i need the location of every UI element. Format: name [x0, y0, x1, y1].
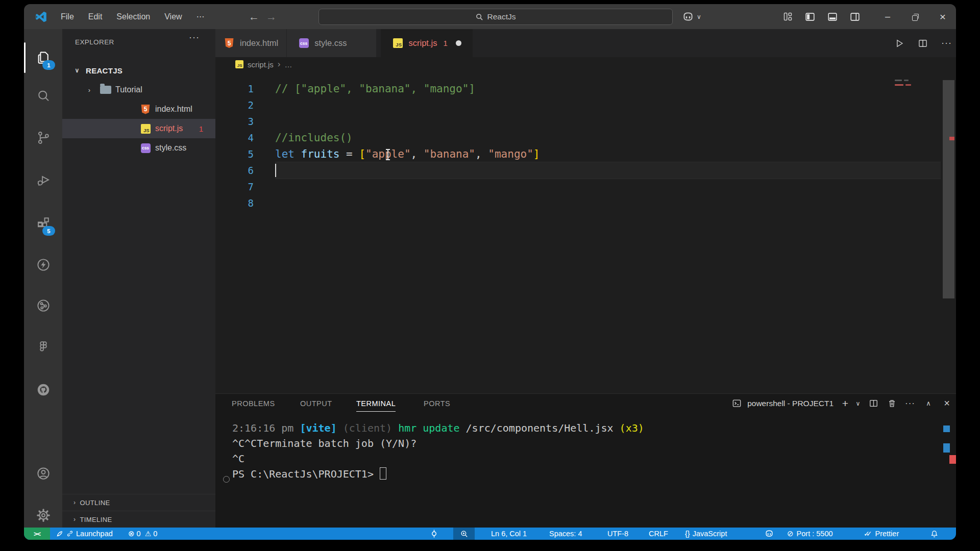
tab-index-html[interactable]: 5 index.html — [215, 29, 287, 57]
indentation[interactable]: Spaces: 4 — [549, 528, 582, 540]
explorer-more-actions-icon[interactable]: ··· — [189, 32, 200, 43]
folder-file-icon — [100, 84, 111, 95]
breadcrumb-file[interactable]: script.js — [248, 60, 274, 69]
breadcrumb-more[interactable]: … — [285, 60, 292, 69]
vscode-logo-icon — [34, 10, 47, 23]
line-content — [275, 162, 941, 179]
menu-file[interactable]: File — [54, 4, 81, 29]
menu-edit[interactable]: Edit — [81, 4, 110, 29]
code-token: let — [275, 148, 301, 160]
share-view-icon[interactable] — [24, 292, 62, 319]
explorer-item-Tutorial[interactable]: ›Tutorial — [62, 80, 215, 99]
menu-selection[interactable]: Selection — [109, 4, 157, 29]
css-file-icon: css — [299, 38, 309, 48]
terminal-view[interactable]: 2:16:16 pm [vite] (client) hmr update /s… — [215, 413, 956, 528]
problems-item[interactable]: ⊗ 0 ⚠ 0 — [128, 528, 157, 540]
nav-back-icon[interactable]: ← — [246, 11, 263, 23]
terminal-line: ^C — [232, 451, 956, 466]
explorer-item-script-js[interactable]: JSscript.js1 — [62, 119, 215, 138]
tab-output[interactable]: OUTPUT — [300, 394, 332, 413]
copilot-status[interactable] — [764, 528, 774, 540]
menu-more[interactable]: ⋯ — [189, 4, 212, 29]
restore-button[interactable] — [901, 4, 929, 29]
new-terminal-icon[interactable]: + — [839, 397, 852, 410]
search-view-icon[interactable] — [24, 83, 62, 109]
code-token: [ — [359, 148, 365, 160]
terminal-title[interactable]: powershell - PROJECT1 — [747, 399, 834, 408]
explorer-icon[interactable]: 1 — [24, 44, 62, 71]
code-line-3[interactable]: 3 — [215, 113, 956, 130]
search-icon — [476, 13, 483, 21]
notifications-bell[interactable] — [930, 528, 939, 540]
nav-forward-icon[interactable]: → — [263, 11, 280, 23]
toggle-panel-icon[interactable] — [827, 11, 838, 22]
terminal-dropdown-icon[interactable]: ∨ — [852, 400, 864, 407]
tab-style-css[interactable]: css style.css — [287, 29, 377, 57]
breadcrumb[interactable]: JS script.js › … — [215, 57, 956, 71]
customize-layout-icon[interactable] — [782, 11, 793, 22]
unsaved-dot-icon[interactable] — [456, 40, 461, 46]
remote-indicator[interactable]: >< — [24, 528, 50, 540]
code-line-5[interactable]: 5let fruits = ["apple", "banana", "mango… — [215, 146, 956, 162]
zoom-indicator[interactable] — [453, 528, 475, 540]
account-icon[interactable] — [24, 460, 62, 487]
encoding[interactable]: UTF-8 — [607, 528, 628, 540]
outline-label: OUTLINE — [80, 499, 110, 507]
figma-icon[interactable] — [24, 334, 62, 360]
prettier-status[interactable]: ✓✓ Prettier — [864, 528, 899, 540]
screencast-indicator[interactable] — [430, 528, 438, 540]
explorer-item-index-html[interactable]: 5index.html — [62, 99, 215, 119]
cursor-position[interactable]: Ln 6, Col 1 — [491, 528, 527, 540]
split-editor-icon[interactable] — [918, 38, 928, 48]
source-control-icon[interactable] — [24, 124, 62, 151]
run-debug-icon[interactable] — [24, 167, 62, 193]
command-decoration-icon[interactable] — [223, 476, 230, 483]
launchpad-item[interactable]: Launchpad — [56, 528, 113, 540]
tab-problems[interactable]: PROBLEMS — [232, 394, 275, 413]
editor-scrollbar[interactable] — [943, 80, 954, 298]
code-line-1[interactable]: 1// ["apple", "banana", "mango"] — [215, 81, 956, 97]
minimize-button[interactable]: – — [874, 4, 901, 29]
explorer-item-style-css[interactable]: cssstyle.css — [62, 138, 215, 158]
code-editor[interactable]: 1// ["apple", "banana", "mango"]234//inc… — [215, 71, 956, 393]
editor-more-actions-icon[interactable]: ··· — [941, 38, 952, 48]
toggle-secondary-sidebar-icon[interactable] — [849, 11, 861, 22]
terminal-token: /src/components/Hell.jsx — [466, 422, 620, 434]
split-terminal-icon[interactable] — [864, 398, 883, 408]
live-server-port[interactable]: ⊘ Port : 5500 — [787, 528, 833, 540]
toggle-primary-sidebar-icon[interactable] — [804, 11, 816, 22]
terminal-token: (client) — [343, 422, 398, 434]
code-line-8[interactable]: 8 — [215, 195, 956, 211]
thunder-client-icon[interactable] — [24, 252, 62, 278]
explorer-section-reactjs[interactable]: ∨ REACTJS — [62, 61, 215, 80]
extensions-icon[interactable]: 5 — [24, 210, 62, 237]
code-line-7[interactable]: 7 — [215, 179, 956, 195]
editor-tab-bar: 5 index.html css style.css JS script.js … — [215, 29, 956, 57]
run-button[interactable] — [894, 38, 904, 48]
code-line-6[interactable]: 6 — [215, 162, 956, 179]
kill-terminal-icon[interactable] — [883, 398, 901, 408]
workbench: 1 5 — [24, 29, 956, 528]
braces-icon: { } — [685, 530, 689, 538]
panel-more-actions-icon[interactable]: ··· — [901, 398, 919, 409]
copilot-menu[interactable]: ∨ — [681, 4, 701, 29]
tab-ports[interactable]: PORTS — [424, 394, 450, 413]
language-mode[interactable]: { } JavaScript — [685, 528, 727, 540]
timeline-section[interactable]: › TIMELINE — [62, 511, 215, 528]
outline-section[interactable]: › OUTLINE — [62, 494, 215, 511]
github-icon[interactable] — [24, 377, 62, 403]
tab-script-js[interactable]: JS script.js 1 — [381, 29, 473, 57]
close-panel-icon[interactable]: × — [938, 397, 956, 409]
command-center-search[interactable]: ReactJs — [318, 9, 673, 25]
panel-header: PROBLEMS OUTPUT TERMINAL PORTS powershel… — [215, 394, 956, 413]
tab-terminal[interactable]: TERMINAL — [356, 394, 396, 413]
close-button[interactable]: × — [929, 4, 956, 29]
settings-gear-icon[interactable] — [24, 502, 62, 529]
circle-slash-icon: ⊘ — [787, 529, 794, 538]
eol-sequence[interactable]: CRLF — [649, 528, 668, 540]
code-line-4[interactable]: 4//includes() — [215, 130, 956, 146]
maximize-panel-icon[interactable]: ∧ — [919, 399, 938, 407]
menu-view[interactable]: View — [157, 4, 189, 29]
code-line-2[interactable]: 2 — [215, 97, 956, 113]
code-token: , — [411, 148, 424, 160]
